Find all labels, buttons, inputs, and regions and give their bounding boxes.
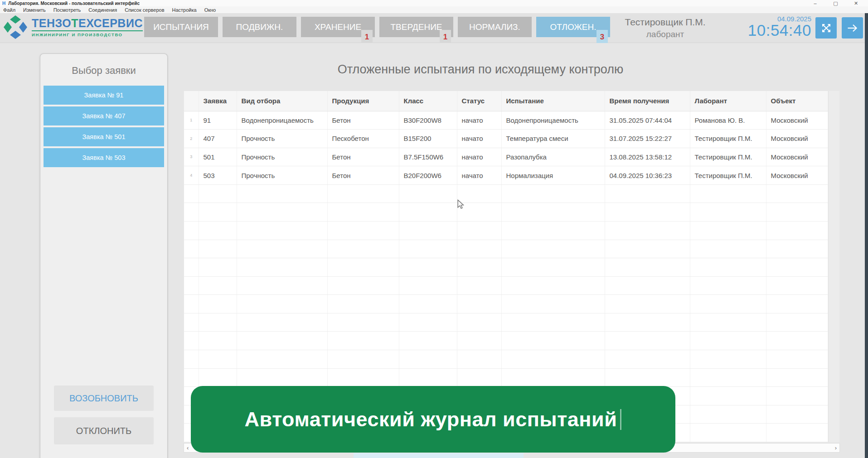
table-cell: Прочность [237,148,327,166]
table-cell: начато [457,111,501,130]
table-cell: B15F200 [399,130,457,148]
menu-item-window[interactable]: Окно [204,7,216,13]
table-cell: B7.5F150W6 [399,148,457,166]
tab-label: ПОДВИЖН. [236,22,283,32]
arrow-right-icon [846,21,859,35]
column-header-request[interactable]: Заявка [199,91,237,111]
table-cell: 31.05.2025 07:44:04 [605,111,690,130]
table-cell: Романова Ю. В. [690,111,766,130]
table-cell: Московский [766,166,828,185]
column-header-class[interactable]: Класс [399,91,457,111]
menu-item-connections[interactable]: Соединения [88,7,117,13]
tab-mobility[interactable]: ПОДВИЖН. [223,17,296,37]
table-cell: Пескобетон [327,130,399,148]
brand-part-2: Т [71,17,78,29]
app-icon: Н [2,1,5,6]
tab-deferred[interactable]: ОТЛОЖЕН. 3 [536,17,610,37]
request-button-503[interactable]: Заявка № 503 [44,148,164,167]
table-empty-row [184,276,828,295]
tab-bar: ИСПЫТАНИЯ ПОДВИЖН. ХРАНЕНИЕ 1 ТВЕРДЕНИЕ … [144,17,610,37]
window-titlebar: Н Лаборатория. Московский - пользователь… [0,0,868,6]
resume-button[interactable]: ВОЗОБНОВИТЬ [54,386,154,411]
column-header-product[interactable]: Продукция [327,91,399,111]
page-title: Отложенные испытания по исходящему контр… [159,63,802,77]
brand-tagline: ИНЖИНИРИНГ И ПРОИЗВОДСТВО [32,30,143,37]
table-cell: 04.09.2025 10:36:23 [605,166,690,185]
table-cell: Московский [766,148,828,166]
request-button-91[interactable]: Заявка № 91 [44,86,164,105]
tab-badge: 1 [440,30,451,43]
request-selection-panel: Выбор заявки Заявка № 91 Заявка № 407 За… [40,53,168,458]
table-cell: B20F200W6 [399,166,457,185]
table-cell: 31.07.2025 15:22:27 [605,130,690,148]
tab-label: ИСПЫТАНИЯ [153,22,209,32]
request-button-407[interactable]: Заявка № 407 [44,106,164,125]
column-header-sampling-type[interactable]: Вид отбора [237,91,327,111]
close-icon[interactable]: ✕ [846,0,866,6]
column-header-test[interactable]: Испытание [501,91,605,111]
tab-badge: 3 [596,30,608,43]
user-name: Тестировщик П.М. [612,17,718,28]
exit-button[interactable] [842,17,863,39]
table-cell: начато [457,148,501,166]
fullscreen-button[interactable] [815,17,837,39]
brand-part-1: ТЕНЗО [32,17,71,29]
request-button-501[interactable]: Заявка № 501 [44,127,164,146]
tab-label: ХРАНЕНИЕ [315,22,361,32]
tab-normalization[interactable]: НОРМАЛИЗ. [458,17,532,37]
table-cell: Нормализация [501,166,605,185]
company-logo: ТЕНЗОТЕХСЕРВИС ИНЖИНИРИНГ И ПРОИЗВОДСТВО [3,14,143,40]
table-empty-row [184,258,828,277]
menu-item-edit[interactable]: Изменить [23,7,46,13]
menu-bar: Файл Изменить Посмотреть Соединения Спис… [0,6,868,13]
table-cell: Бетон [327,166,399,185]
table-cell: Разопалубка [501,148,605,166]
scroll-right-icon[interactable]: › [835,444,837,451]
table-empty-row [184,203,828,222]
table-cell: 407 [199,130,237,148]
table-cell: B30F200W8 [399,111,457,130]
column-header-object[interactable]: Объект [766,91,828,111]
bottom-blue-strip [354,453,524,458]
table-row[interactable]: 3501ПрочностьБетонB7.5F150W6начатоРазопа… [184,148,828,166]
expand-arrows-icon [820,21,833,35]
column-header-received-time[interactable]: Время получения [605,91,690,111]
tab-label: ТВЕРДЕНИЕ [391,22,442,32]
table-cell: Прочность [237,166,327,185]
tab-storage[interactable]: ХРАНЕНИЕ 1 [301,17,375,37]
request-list: Заявка № 91 Заявка № 407 Заявка № 501 За… [40,86,167,167]
table-empty-row [184,184,828,203]
table-cell: Бетон [327,148,399,166]
menu-item-settings[interactable]: Настройка [172,7,197,13]
table-row[interactable]: 4503ПрочностьБетонB20F200W6начатоНормали… [184,166,828,185]
table-empty-row [184,368,828,387]
overlay-banner: Автоматический журнал испытаний [191,386,675,453]
column-header-status[interactable]: Статус [457,91,501,111]
table-cell: Тестировщик П.М. [690,148,766,166]
tab-label: НОРМАЛИЗ. [469,22,520,32]
tab-tests[interactable]: ИСПЫТАНИЯ [144,17,218,37]
table-cell: 91 [199,111,237,130]
decline-button[interactable]: ОТКЛОНИТЬ [54,417,154,444]
right-edge-strip [865,13,868,458]
menu-item-server-list[interactable]: Список серверов [125,7,164,13]
minimize-icon[interactable]: – [805,0,825,6]
user-role: лаборант [612,29,718,39]
vertical-scrollbar[interactable] [828,91,840,443]
scroll-left-icon[interactable]: ‹ [187,444,189,451]
table-cell: Московский [766,111,828,130]
menu-item-file[interactable]: Файл [3,7,15,13]
table-cell: Температура смеси [501,130,605,148]
table-row[interactable]: 2407ПрочностьПескобетонB15F200начатоТемп… [184,130,828,148]
maximize-icon[interactable]: ▢ [825,0,846,6]
table-cell: Тестировщик П.М. [690,130,766,148]
menu-item-view[interactable]: Посмотреть [53,7,81,13]
table-cell: начато [457,166,501,185]
column-header-lab-assistant[interactable]: Лаборант [690,91,766,111]
window-title: Лаборатория. Московский - пользовательск… [8,1,140,6]
table-cell: 501 [199,148,237,166]
row-number: 4 [184,166,199,185]
table-cell: Тестировщик П.М. [690,166,766,185]
tab-hardening[interactable]: ТВЕРДЕНИЕ 1 [379,17,453,37]
table-row[interactable]: 191ВодонепроницаемостьБетонB30F200W8нача… [184,111,828,130]
